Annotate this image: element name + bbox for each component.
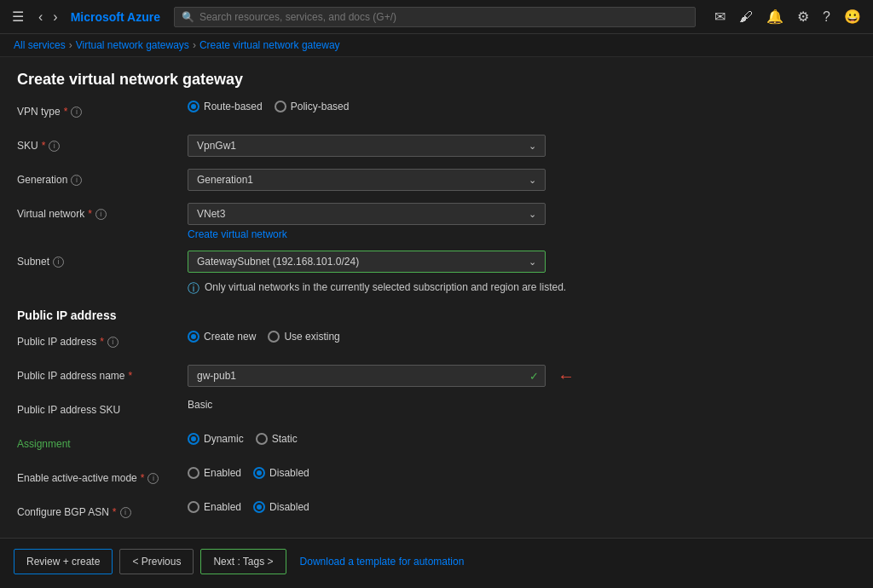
subnet-chevron-icon: ⌄ (529, 257, 536, 268)
search-bar: 🔍 (174, 7, 696, 27)
bgp-disabled[interactable]: Disabled (253, 501, 309, 513)
assignment-value: Dynamic Static (188, 433, 856, 445)
public-ip-name-input[interactable] (188, 365, 546, 387)
active-active-enabled[interactable]: Enabled (188, 467, 241, 479)
public-ip-address-label: Public IP address * i (17, 331, 188, 348)
next-button[interactable]: Next : Tags > (200, 549, 286, 574)
vpn-type-policy-based-dot (275, 101, 286, 112)
active-active-info-icon[interactable]: i (147, 473, 159, 484)
public-ip-name-row: Public IP address name * ✓ ← (17, 365, 856, 389)
vpn-type-required: * (64, 106, 68, 118)
generation-info-icon[interactable]: i (71, 175, 82, 186)
input-check-icon: ✓ (529, 370, 539, 383)
search-icon: 🔍 (182, 11, 194, 23)
active-active-radio-group: Enabled Disabled (188, 467, 309, 479)
page-title: Create virtual network gateway (17, 71, 856, 89)
assignment-label: Assignment (17, 433, 188, 450)
active-active-enabled-label: Enabled (204, 467, 241, 479)
public-ip-name-required: * (129, 370, 133, 382)
feedback-icon[interactable]: 🖌 (734, 5, 758, 28)
sku-dropdown[interactable]: VpnGw1 ⌄ (188, 135, 546, 157)
red-arrow-icon: ← (558, 366, 575, 386)
vpn-type-info-icon[interactable]: i (71, 107, 82, 118)
generation-dropdown[interactable]: Generation1 ⌄ (188, 169, 546, 191)
vpn-type-value: Route-based Policy-based (188, 101, 856, 112)
public-ip-name-input-container: ✓ (188, 365, 546, 387)
nav-arrows: ‹ › (34, 6, 62, 28)
subnet-row: Subnet i GatewaySubnet (192.168.101.0/24… (17, 251, 856, 297)
active-active-label: Enable active-active mode * i (17, 467, 188, 484)
subnet-info-box: ⓘ Only virtual networks in the currently… (188, 281, 566, 297)
bgp-disabled-dot (253, 501, 265, 513)
breadcrumb-current: Create virtual network gateway (199, 39, 340, 51)
bgp-info-icon[interactable]: i (120, 507, 131, 518)
active-active-disabled-label: Disabled (269, 467, 309, 479)
breadcrumb-all-services[interactable]: All services (14, 39, 66, 51)
vnet-info-icon[interactable]: i (95, 209, 107, 220)
download-template-link[interactable]: Download a template for automation (300, 556, 465, 568)
public-ip-sku-row: Public IP address SKU Basic (17, 399, 856, 423)
virtual-network-label: Virtual network * i (17, 203, 188, 220)
account-icon[interactable]: 😀 (839, 5, 866, 28)
active-active-disabled[interactable]: Disabled (253, 467, 309, 479)
generation-label: Generation i (17, 169, 188, 186)
previous-button[interactable]: < Previous (119, 549, 194, 574)
assignment-static[interactable]: Static (256, 433, 298, 445)
public-ip-create-new[interactable]: Create new (188, 331, 256, 343)
notifications-icon[interactable]: 🔔 (761, 5, 789, 28)
public-ip-sku-static: Basic (188, 399, 212, 411)
public-ip-use-existing-dot (268, 331, 280, 343)
generation-value: Generation1 ⌄ (188, 169, 856, 191)
search-input[interactable] (199, 11, 688, 23)
bgp-disabled-label: Disabled (269, 501, 309, 513)
assignment-dynamic[interactable]: Dynamic (188, 433, 244, 445)
public-ip-radio-group: Create new Use Use existingexisting (188, 331, 340, 343)
vpn-type-route-based-dot (188, 101, 199, 112)
sku-chevron-icon: ⌄ (529, 141, 536, 152)
settings-icon[interactable]: ⚙ (792, 5, 814, 28)
footer: Review + create < Previous Next : Tags >… (0, 538, 873, 585)
review-create-button[interactable]: Review + create (14, 549, 113, 574)
forward-button[interactable]: › (49, 6, 61, 28)
active-active-required: * (141, 472, 145, 484)
bgp-value: Enabled Disabled (188, 501, 856, 513)
assignment-static-dot (256, 433, 268, 445)
email-icon[interactable]: ✉ (709, 5, 731, 28)
active-active-disabled-dot (253, 467, 265, 479)
breadcrumb-sep-2: › (193, 39, 196, 51)
vpn-type-route-based[interactable]: Route-based (188, 101, 263, 112)
active-active-row: Enable active-active mode * i Enabled Di… (17, 467, 856, 491)
sku-row: SKU * i VpnGw1 ⌄ (17, 135, 856, 159)
sku-info-icon[interactable]: i (49, 141, 60, 152)
hamburger-menu-icon[interactable]: ☰ (7, 5, 29, 28)
bgp-enabled-dot (188, 501, 199, 513)
active-active-value: Enabled Disabled (188, 467, 856, 479)
subnet-info-icon[interactable]: i (53, 257, 64, 268)
public-ip-section-header: Public IP address (17, 308, 856, 322)
vpn-type-policy-based-label: Policy-based (291, 101, 350, 112)
virtual-network-dropdown[interactable]: VNet3 ⌄ (188, 203, 546, 225)
assignment-radio-group: Dynamic Static (188, 433, 298, 445)
create-virtual-network-link[interactable]: Create virtual network (188, 228, 287, 240)
help-icon[interactable]: ? (818, 5, 835, 28)
brand-logo[interactable]: Microsoft Azure (71, 10, 160, 24)
bgp-enabled[interactable]: Enabled (188, 501, 241, 513)
back-button[interactable]: ‹ (34, 6, 47, 28)
public-ip-use-existing[interactable]: Use Use existingexisting (268, 331, 339, 343)
vpn-type-policy-based[interactable]: Policy-based (275, 101, 350, 112)
breadcrumb-sep-1: › (69, 39, 72, 51)
subnet-dropdown[interactable]: GatewaySubnet (192.168.101.0/24) ⌄ (188, 251, 546, 273)
public-ip-info-icon[interactable]: i (107, 337, 119, 348)
public-ip-name-value: ✓ ← (188, 365, 856, 387)
subnet-value: GatewaySubnet (192.168.101.0/24) ⌄ ⓘ Onl… (188, 251, 856, 297)
public-ip-address-row: Public IP address * i Create new Use Use… (17, 331, 856, 355)
vnet-chevron-icon: ⌄ (529, 209, 536, 220)
virtual-network-row: Virtual network * i VNet3 ⌄ Create virtu… (17, 203, 856, 240)
breadcrumb-gateways[interactable]: Virtual network gateways (76, 39, 189, 51)
sku-value: VpnGw1 ⌄ (188, 135, 856, 157)
assignment-dynamic-dot (188, 433, 199, 445)
public-ip-create-new-dot (188, 331, 199, 343)
public-ip-create-new-label: Create new (204, 331, 256, 343)
bgp-required: * (113, 506, 117, 518)
vpn-type-label: VPN type * i (17, 101, 188, 118)
